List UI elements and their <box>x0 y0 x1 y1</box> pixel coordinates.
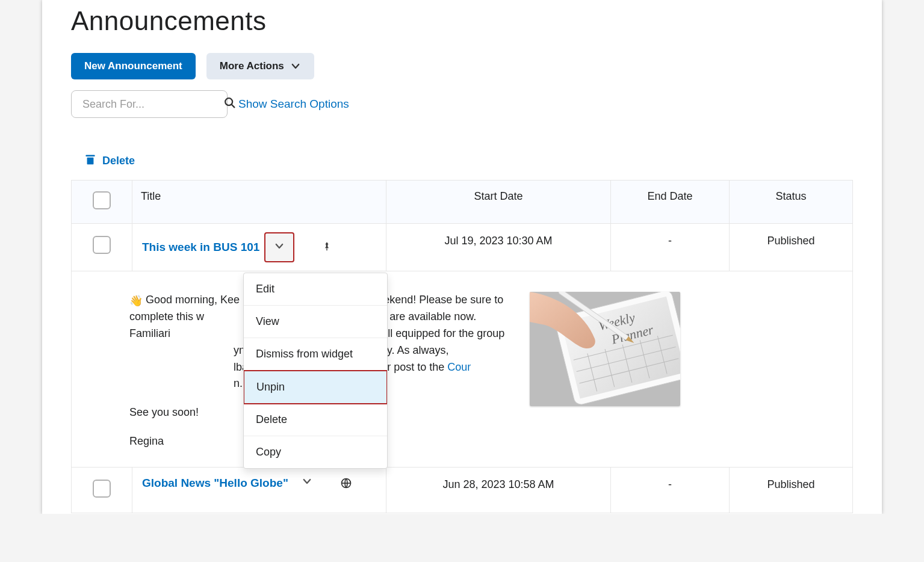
new-announcement-button[interactable]: New Announcement <box>71 53 196 79</box>
row-start-date: Jun 28, 2023 10:58 AM <box>386 468 611 513</box>
select-all-checkbox[interactable] <box>93 191 111 209</box>
delete-button[interactable]: Delete <box>71 153 853 169</box>
announcement-link[interactable]: Global News "Hello Globe" <box>142 477 288 490</box>
menu-item-dismiss[interactable]: Dismiss from widget <box>244 338 387 371</box>
menu-item-unpin[interactable]: Unpin <box>243 370 388 404</box>
svg-rect-2 <box>87 158 94 165</box>
more-actions-button[interactable]: More Actions <box>206 53 314 79</box>
row-end-date: - <box>611 224 730 271</box>
wave-emoji-icon: 👋 <box>129 293 143 310</box>
show-search-options-link[interactable]: Show Search Options <box>238 97 349 111</box>
menu-item-copy[interactable]: Copy <box>244 436 387 468</box>
col-title-header: Title <box>132 181 386 224</box>
row-actions-button[interactable] <box>264 232 294 262</box>
row-status: Published <box>730 468 853 513</box>
chevron-down-icon <box>274 241 285 255</box>
course-link[interactable]: Cour <box>447 361 471 373</box>
trash-icon <box>84 153 96 169</box>
table-row: This week in BUS 101 Jul 19, 2023 10:30 … <box>72 224 853 271</box>
menu-item-view[interactable]: View <box>244 306 387 338</box>
svg-rect-3 <box>327 248 327 250</box>
announcement-image: Weekly Planner <box>530 292 680 406</box>
globe-icon <box>340 477 352 489</box>
svg-rect-1 <box>86 155 95 157</box>
announcements-table: Title Start Date End Date Status This we… <box>71 180 853 513</box>
row-actions-menu: Edit View Dismiss from widget Unpin Dele… <box>243 273 388 469</box>
col-start-header: Start Date <box>386 181 611 224</box>
row-start-date: Jul 19, 2023 10:30 AM <box>386 224 611 271</box>
col-end-header: End Date <box>611 181 730 224</box>
col-select-all <box>72 181 132 224</box>
more-actions-label: More Actions <box>220 60 284 72</box>
row-actions-button[interactable] <box>302 476 312 490</box>
table-row: Global News "Hello Globe" <box>72 468 853 513</box>
row-status: Published <box>730 224 853 271</box>
announcement-toolbar: New Announcement More Actions <box>71 53 853 79</box>
announcement-link[interactable]: This week in BUS 101 <box>142 241 259 254</box>
col-status-header: Status <box>730 181 853 224</box>
search-container <box>71 90 228 118</box>
row-end-date: - <box>611 468 730 513</box>
chevron-down-icon <box>290 61 301 72</box>
menu-item-delete[interactable]: Delete <box>244 404 387 436</box>
page-title: Announcements <box>71 0 853 53</box>
table-row-expanded: 👋 Good morning, Kee nice weekend! Please… <box>72 271 853 468</box>
search-input[interactable] <box>81 97 223 111</box>
search-icon[interactable] <box>223 96 237 112</box>
row-checkbox[interactable] <box>93 236 111 254</box>
row-checkbox[interactable] <box>93 480 111 498</box>
delete-label: Delete <box>102 155 135 167</box>
pin-icon <box>322 239 332 256</box>
menu-item-edit[interactable]: Edit <box>244 273 387 306</box>
